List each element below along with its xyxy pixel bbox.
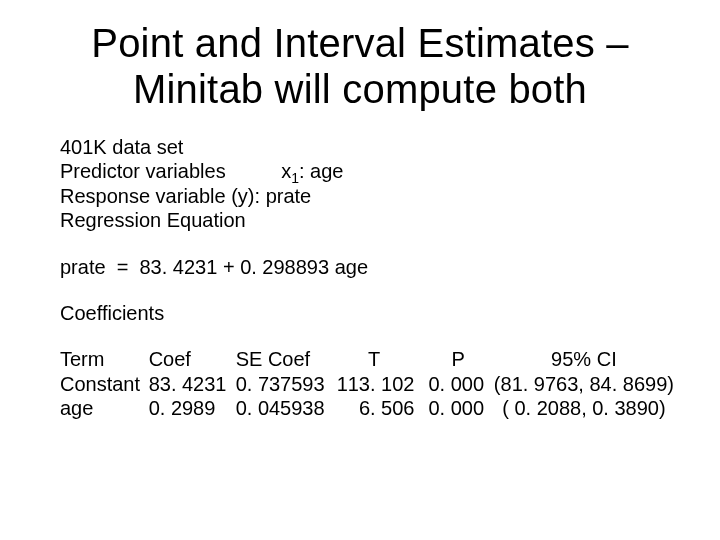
table-row: age 0. 2989 0. 045938 6. 506 0. 000 ( 0.… (60, 396, 680, 420)
cell-t: 6. 506 (333, 396, 428, 420)
regression-header: Regression Equation (60, 208, 680, 232)
table-header-row: Term Coef SE Coef T P 95% CI (60, 347, 680, 371)
col-header-coef: Coef (149, 347, 236, 371)
slide-title: Point and Interval Estimates – Minitab w… (0, 20, 720, 112)
cell-coef: 0. 2989 (149, 396, 236, 420)
cell-ci: (81. 9763, 84. 8699) (494, 372, 680, 396)
title-line-2: Minitab will compute both (133, 67, 587, 111)
col-header-p: P (428, 347, 493, 371)
coefficients-table: Term Coef SE Coef T P 95% CI Constant 83… (60, 347, 680, 420)
col-header-ci: 95% CI (494, 347, 680, 371)
slide-body: 401K data set Predictor variables x1: ag… (60, 135, 680, 421)
cell-p: 0. 000 (428, 372, 493, 396)
dataset-line: 401K data set (60, 135, 680, 159)
predictor-line: Predictor variables x1: age (60, 159, 680, 183)
cell-coef: 83. 4231 (149, 372, 236, 396)
cell-ci: ( 0. 2088, 0. 3890) (494, 396, 680, 420)
cell-se: 0. 045938 (236, 396, 334, 420)
cell-term: age (60, 396, 149, 420)
regression-equation: prate = 83. 4231 + 0. 298893 age (60, 255, 680, 279)
predictor-label: Predictor variables (60, 160, 226, 182)
slide: Point and Interval Estimates – Minitab w… (0, 0, 720, 540)
coefficients-header: Coefficients (60, 301, 680, 325)
title-line-1: Point and Interval Estimates – (91, 21, 628, 65)
col-header-term: Term (60, 347, 149, 371)
col-header-t: T (333, 347, 428, 371)
predictor-var-x: x (281, 160, 291, 182)
col-header-se: SE Coef (236, 347, 334, 371)
table-row: Constant 83. 4231 0. 737593 113. 102 0. … (60, 372, 680, 396)
cell-p: 0. 000 (428, 396, 493, 420)
cell-term: Constant (60, 372, 149, 396)
cell-t: 113. 102 (333, 372, 428, 396)
response-line: Response variable (y): prate (60, 184, 680, 208)
predictor-var-desc: : age (299, 160, 343, 182)
cell-se: 0. 737593 (236, 372, 334, 396)
